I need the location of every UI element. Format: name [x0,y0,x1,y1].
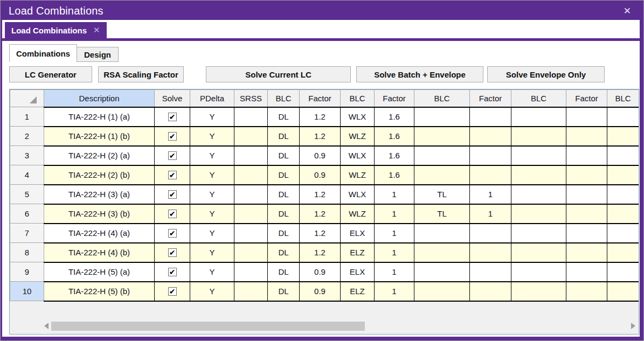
blc-cell[interactable] [511,262,566,282]
description-cell[interactable]: TIA-222-H (2) (a) [44,146,155,165]
factor-cell[interactable] [470,107,511,127]
factor-cell[interactable] [566,224,607,243]
blc-cell[interactable]: WLX [341,107,375,127]
blc-cell[interactable] [511,243,566,262]
blc-cell[interactable] [414,224,470,243]
factor-cell[interactable]: 0.9 [300,282,341,301]
blc-cell[interactable]: ELZ [341,243,375,262]
srss-cell[interactable] [234,107,268,127]
blc-cell[interactable]: DL [268,107,300,127]
srss-cell[interactable] [234,262,268,282]
factor-cell[interactable]: 1.2 [300,224,341,243]
blc-cell[interactable] [607,243,639,262]
factor-cell[interactable]: 0.9 [300,262,341,282]
blc-cell[interactable] [511,185,566,204]
row-header-10[interactable]: 10 [10,282,44,301]
blc-cell[interactable] [414,282,470,301]
col-header-srss-4[interactable]: SRSS [234,90,268,107]
pdelta-cell[interactable]: Y [190,127,234,146]
factor-cell[interactable] [566,243,607,262]
blc-cell[interactable]: ELZ [341,282,375,301]
blc-cell[interactable] [414,107,470,127]
pdelta-cell[interactable]: Y [190,204,234,224]
factor-cell[interactable] [566,146,607,165]
row-header-8[interactable]: 8 [10,243,44,262]
solve-checkbox[interactable]: ✔ [168,132,177,141]
factor-cell[interactable]: 1.6 [375,146,414,165]
blc-cell[interactable]: TL [414,204,470,224]
window-close-icon[interactable]: ✕ [621,5,633,17]
solve-checkbox[interactable]: ✔ [168,151,177,160]
blc-cell[interactable]: WLZ [341,204,375,224]
blc-cell[interactable] [511,146,566,165]
description-cell[interactable]: TIA-222-H (5) (a) [44,262,155,282]
blc-cell[interactable] [607,127,639,146]
factor-cell[interactable]: 0.9 [300,146,341,165]
blc-cell[interactable] [414,146,470,165]
factor-cell[interactable]: 1 [375,224,414,243]
blc-cell[interactable]: DL [268,282,300,301]
factor-cell[interactable]: 0.9 [300,165,341,185]
solve-checkbox[interactable]: ✔ [168,268,177,276]
blc-cell[interactable]: ELX [341,262,375,282]
factor-cell[interactable]: 1 [375,282,414,301]
blc-cell[interactable] [607,204,639,224]
row-header-3[interactable]: 3 [10,146,44,165]
factor-cell[interactable]: 1.2 [300,127,341,146]
description-cell[interactable]: TIA-222-H (5) (b) [44,282,155,301]
solve-checkbox[interactable]: ✔ [168,210,177,218]
factor-cell[interactable]: 1.6 [375,165,414,185]
blc-cell[interactable] [414,165,470,185]
srss-cell[interactable] [234,204,268,224]
blc-cell[interactable] [511,127,566,146]
doc-tab-close-icon[interactable]: ✕ [93,25,100,35]
blc-cell[interactable] [511,282,566,301]
pdelta-cell[interactable]: Y [190,146,234,165]
col-header-pdelta-3[interactable]: PDelta [190,90,234,107]
blc-cell[interactable]: DL [268,204,300,224]
col-header-factor-6[interactable]: Factor [300,90,341,107]
col-header-blc-13[interactable]: BLC [607,90,639,107]
col-header-factor-10[interactable]: Factor [470,90,511,107]
blc-cell[interactable] [511,224,566,243]
pdelta-cell[interactable]: Y [190,185,234,204]
factor-cell[interactable] [470,127,511,146]
srss-cell[interactable] [234,146,268,165]
col-header-solve-2[interactable]: Solve [155,90,190,107]
factor-cell[interactable] [566,127,607,146]
blc-cell[interactable] [607,282,639,301]
factor-cell[interactable]: 1.6 [375,127,414,146]
blc-cell[interactable] [414,262,470,282]
blc-cell[interactable] [607,146,639,165]
blc-cell[interactable] [414,243,470,262]
description-cell[interactable]: TIA-222-H (2) (b) [44,165,155,185]
pdelta-cell[interactable]: Y [190,243,234,262]
select-all-corner[interactable] [10,90,44,107]
blc-cell[interactable]: WLX [341,146,375,165]
factor-cell[interactable] [470,262,511,282]
factor-cell[interactable] [470,282,511,301]
pdelta-cell[interactable]: Y [190,165,234,185]
solve-checkbox[interactable]: ✔ [168,229,177,238]
factor-cell[interactable] [566,185,607,204]
solve-envelope-only-button[interactable]: Solve Envelope Only [487,66,605,82]
pdelta-cell[interactable]: Y [190,282,234,301]
factor-cell[interactable] [470,243,511,262]
doc-tab-load-combinations[interactable]: Load Combinations ✕ [5,22,107,38]
scroll-right-arrow-icon[interactable] [631,323,635,329]
factor-cell[interactable]: 1.2 [300,204,341,224]
row-header-6[interactable]: 6 [10,204,44,224]
pdelta-cell[interactable]: Y [190,224,234,243]
factor-cell[interactable] [566,204,607,224]
row-header-7[interactable]: 7 [10,224,44,243]
blc-cell[interactable] [511,165,566,185]
description-cell[interactable]: TIA-222-H (3) (a) [44,185,155,204]
factor-cell[interactable] [470,146,511,165]
factor-cell[interactable]: 1 [375,243,414,262]
description-cell[interactable]: TIA-222-H (3) (b) [44,204,155,224]
description-cell[interactable]: TIA-222-H (4) (a) [44,224,155,243]
factor-cell[interactable] [470,224,511,243]
row-header-2[interactable]: 2 [10,127,44,146]
blc-cell[interactable] [607,165,639,185]
horizontal-scrollbar[interactable] [44,321,636,331]
